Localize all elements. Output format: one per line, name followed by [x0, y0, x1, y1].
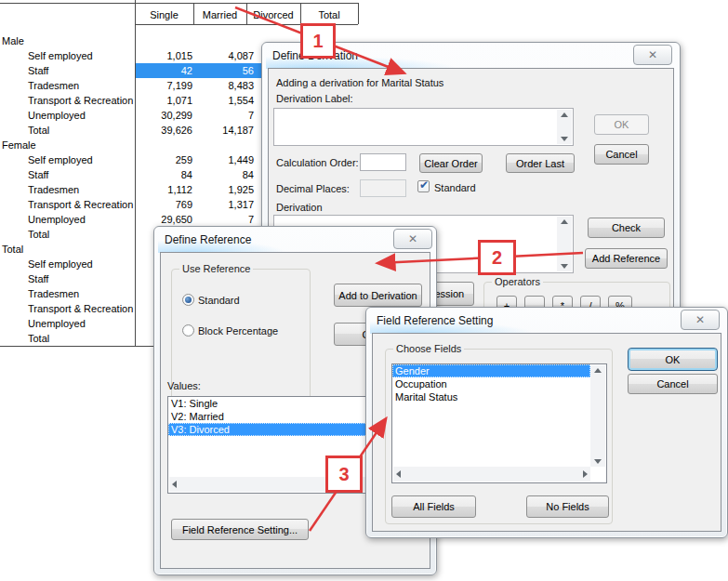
cell-value-married[interactable]: 4,087	[198, 50, 254, 61]
cell-value-single[interactable]: 39,626	[137, 125, 192, 136]
scroll-down-icon	[561, 264, 568, 269]
cell-value-married[interactable]: 1,554	[198, 95, 254, 106]
field-reference-setting-button[interactable]: Field Reference Setting...	[171, 519, 309, 540]
use-reference-caption: Use Reference	[179, 263, 253, 274]
textarea-scrollbar[interactable]	[557, 110, 572, 144]
row-label[interactable]: Staff	[28, 169, 48, 180]
row-label[interactable]: Total	[28, 125, 49, 136]
row-label[interactable]: Transport & Recreation	[28, 95, 133, 106]
close-button[interactable]: ✕	[633, 45, 672, 65]
derivation-label-textarea[interactable]	[273, 108, 574, 146]
row-label[interactable]: Staff	[28, 65, 48, 76]
row-label[interactable]: Total	[28, 333, 49, 344]
row-label[interactable]: Self employed	[28, 154, 93, 165]
define-reference-title: Define Reference	[165, 233, 251, 246]
fields-list-item[interactable]: Occupation	[392, 377, 590, 390]
close-button[interactable]: ✕	[681, 310, 720, 330]
column-header-married[interactable]: Married	[193, 9, 246, 23]
row-label[interactable]: Self employed	[28, 258, 93, 270]
block-percentage-radio[interactable]	[182, 324, 194, 337]
cell-value-single[interactable]: 30,299	[137, 110, 192, 121]
cell-value-married[interactable]: 7	[198, 214, 254, 225]
column-header-divorced[interactable]: Divorced	[246, 9, 300, 23]
add-reference-button[interactable]: Add Reference	[585, 248, 668, 269]
choose-fields-group: Choose Fields GenderOccupationMarital St…	[385, 349, 613, 524]
row-label[interactable]: Tradesmen	[28, 288, 79, 299]
derivation-intro-text: Adding a derivation for Marital Status	[276, 77, 443, 88]
cell-value-single[interactable]: 769	[137, 199, 192, 210]
row-group-label[interactable]: Total	[2, 244, 23, 255]
cell-value-married[interactable]: 84	[198, 169, 254, 180]
row-label[interactable]: Transport & Recreation	[28, 199, 133, 210]
screen: SingleMarriedDivorcedTotal MaleSelf empl…	[0, 0, 728, 581]
row-label[interactable]: Unemployed	[28, 214, 86, 225]
cell-value-married[interactable]: 14,187	[198, 125, 254, 136]
fields-items: GenderOccupationMarital Status	[392, 364, 590, 403]
row-label[interactable]: Self employed	[28, 50, 93, 61]
close-icon: ✕	[648, 49, 657, 60]
field-reference-setting-dialog: Field Reference Setting ✕ Choose Fields …	[365, 307, 728, 538]
cell-value-married[interactable]: 8,483	[198, 80, 254, 91]
row-group-label[interactable]: Female	[2, 139, 36, 151]
row-label[interactable]: Total	[28, 229, 49, 240]
scroll-up-icon	[561, 219, 568, 224]
standard-radio[interactable]	[182, 294, 194, 306]
calculation-order-input[interactable]	[360, 153, 406, 171]
cell-value-single[interactable]: 1,071	[137, 95, 192, 106]
table-left-column-rule	[135, 0, 136, 346]
derivation-label-caption: Derivation Label:	[276, 93, 353, 104]
fields-vertical-scrollbar[interactable]	[590, 365, 605, 467]
scroll-down-icon	[594, 459, 602, 464]
clear-order-button[interactable]: Clear Order	[419, 153, 483, 173]
fields-list-item[interactable]: Marital Status	[392, 390, 590, 403]
row-label[interactable]: Unemployed	[28, 318, 86, 329]
standard-checkbox[interactable]: ✔	[417, 180, 430, 192]
cell-value-married[interactable]: 56	[198, 65, 254, 76]
cell-value-married[interactable]: 7	[198, 110, 254, 121]
row-label[interactable]: Tradesmen	[28, 80, 79, 91]
block-percentage-radio-label: Block Percentage	[198, 325, 278, 337]
cancel-button[interactable]: Cancel	[628, 374, 718, 394]
close-button[interactable]: ✕	[393, 229, 432, 249]
order-last-button[interactable]: Order Last	[506, 153, 575, 173]
all-fields-button[interactable]: All Fields	[391, 495, 476, 518]
row-label[interactable]: Transport & Recreation	[28, 303, 133, 314]
table-top-rule	[0, 3, 358, 4]
fields-horizontal-scrollbar[interactable]	[393, 467, 590, 482]
no-fields-button[interactable]: No Fields	[526, 495, 609, 518]
textarea-scrollbar[interactable]	[557, 217, 572, 271]
check-button[interactable]: Check	[588, 218, 665, 238]
close-icon: ✕	[695, 314, 705, 325]
add-to-derivation-button[interactable]: Add to Derivation	[334, 284, 422, 307]
cell-value-married[interactable]: 1,317	[198, 199, 254, 210]
decimal-places-input[interactable]	[360, 179, 406, 197]
cell-value-single[interactable]: 84	[137, 169, 192, 180]
ok-button[interactable]: OK	[594, 114, 649, 135]
cell-value-single[interactable]: 259	[137, 154, 192, 165]
fields-listbox[interactable]: GenderOccupationMarital Status	[391, 363, 607, 483]
decimal-places-caption: Decimal Places:	[276, 183, 350, 194]
cell-value-single[interactable]: 1,112	[137, 184, 192, 195]
row-label[interactable]: Unemployed	[28, 110, 86, 121]
fields-list-item-selected[interactable]: Gender	[392, 364, 590, 377]
column-header-single[interactable]: Single	[135, 9, 193, 23]
ok-button[interactable]: OK	[628, 348, 718, 371]
cell-value-single[interactable]: 29,650	[137, 214, 192, 225]
scroll-left-icon	[172, 481, 177, 488]
cell-value-married[interactable]: 1,925	[198, 184, 254, 195]
header-cell-separator	[358, 3, 359, 24]
column-header-total[interactable]: Total	[300, 9, 358, 23]
cell-value-single[interactable]: 7,199	[137, 80, 192, 91]
derivation-caption: Derivation	[276, 202, 323, 213]
cell-value-single[interactable]: 42	[137, 65, 192, 76]
cell-value-single[interactable]: 1,015	[137, 50, 192, 61]
cell-value-married[interactable]: 1,449	[198, 154, 254, 165]
scroll-right-icon	[583, 470, 588, 478]
row-group-label[interactable]: Male	[2, 35, 24, 46]
operators-caption: Operators	[492, 276, 543, 287]
values-caption: Values:	[167, 380, 201, 391]
callout-box-3: 3	[325, 456, 363, 493]
row-label[interactable]: Staff	[28, 273, 48, 284]
cancel-button[interactable]: Cancel	[594, 144, 649, 165]
row-label[interactable]: Tradesmen	[28, 184, 79, 195]
